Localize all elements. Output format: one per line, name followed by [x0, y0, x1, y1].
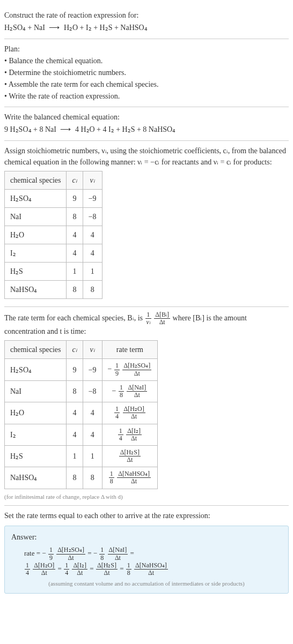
table-header-row: chemical species cᵢ νᵢ — [5, 171, 102, 190]
table-row: H₂S11 — [5, 263, 102, 281]
table-row: NaHSO₄88 — [5, 281, 102, 299]
table-row: I₂4414 Δ[I₂]Δt — [5, 424, 158, 445]
prompt-text: Construct the rate of reaction expressio… — [4, 10, 289, 21]
eq-lhs: 9 H₂SO₄ + 8 NaI — [4, 125, 56, 133]
final-title: Set the rate terms equal to each other t… — [4, 510, 289, 521]
answer-note: (assuming constant volume and no accumul… — [11, 579, 282, 588]
balanced-title: Write the balanced chemical equation: — [4, 111, 289, 123]
plan-item: • Assemble the rate term for each chemic… — [4, 79, 289, 90]
table-row: NaI8−8− 18 Δ[NaI]Δt — [5, 380, 158, 402]
eq-rhs: 4 H₂O + 4 I₂ + H₂S + 8 NaHSO₄ — [75, 125, 175, 133]
col-species: chemical species — [5, 341, 67, 359]
table-header-row: chemical species cᵢ νᵢ rate term — [5, 341, 158, 359]
answer-label: Answer: — [11, 531, 282, 543]
arrow-icon: ⟶ — [60, 125, 71, 133]
rate-terms-section: The rate term for each chemical species,… — [4, 307, 289, 506]
rate-terms-intro: The rate term for each chemical species,… — [4, 311, 289, 337]
col-vi: νᵢ — [83, 341, 102, 359]
table-row: H₂SO₄9−9− 19 Δ[H₂SO₄]Δt — [5, 359, 158, 380]
header-section: Construct the rate of reaction expressio… — [4, 5, 289, 39]
table-row: H₂SO₄9−9 — [5, 190, 102, 208]
final-section: Set the rate terms equal to each other t… — [4, 506, 289, 598]
answer-equation: rate = − 19 Δ[H₂SO₄]Δt = − 18 Δ[NaI]Δt =… — [24, 546, 282, 576]
table-row: H₂O44 — [5, 226, 102, 244]
table-row: NaI8−8 — [5, 208, 102, 226]
unbalanced-equation: H₂SO₄ + NaI ⟶ H₂O + I₂ + H₂S + NaHSO₄ — [4, 22, 289, 33]
col-ci: cᵢ — [67, 341, 83, 359]
stoich-table: chemical species cᵢ νᵢ H₂SO₄9−9 NaI8−8 H… — [4, 171, 102, 299]
col-vi: νᵢ — [83, 171, 102, 190]
col-species: chemical species — [5, 171, 67, 190]
answer-box: Answer: rate = − 19 Δ[H₂SO₄]Δt = − 18 Δ[… — [4, 526, 289, 594]
frac-1-over-vi: 1 νᵢ — [145, 311, 151, 326]
col-ci: cᵢ — [67, 171, 83, 190]
rate-table: chemical species cᵢ νᵢ rate term H₂SO₄9−… — [4, 340, 158, 489]
eq-rhs: H₂O + I₂ + H₂S + NaHSO₄ — [64, 24, 148, 32]
frac-deltaB-over-dt: Δ[Bᵢ] Δt — [154, 311, 170, 326]
plan-item: • Write the rate of reaction expression. — [4, 91, 289, 102]
balanced-section: Write the balanced chemical equation: 9 … — [4, 107, 289, 141]
stoich-section: Assign stoichiometric numbers, νᵢ, using… — [4, 141, 289, 307]
stoich-intro: Assign stoichiometric numbers, νᵢ, using… — [4, 145, 289, 168]
table-row: I₂44 — [5, 244, 102, 263]
eq-lhs: H₂SO₄ + NaI — [4, 24, 45, 32]
col-rate: rate term — [102, 341, 158, 359]
balanced-equation: 9 H₂SO₄ + 8 NaI ⟶ 4 H₂O + 4 I₂ + H₂S + 8… — [4, 124, 289, 135]
rate-footnote: (for infinitesimal rate of change, repla… — [4, 492, 289, 501]
plan-title: Plan: — [4, 43, 289, 55]
table-row: H₂S11Δ[H₂S]Δt — [5, 445, 158, 467]
table-row: NaHSO₄8818 Δ[NaHSO₄]Δt — [5, 467, 158, 489]
plan-section: Plan: • Balance the chemical equation. •… — [4, 39, 289, 107]
arrow-icon: ⟶ — [49, 24, 60, 32]
table-row: H₂O4414 Δ[H₂O]Δt — [5, 402, 158, 424]
plan-item: • Balance the chemical equation. — [4, 55, 289, 66]
plan-item: • Determine the stoichiometric numbers. — [4, 67, 289, 78]
